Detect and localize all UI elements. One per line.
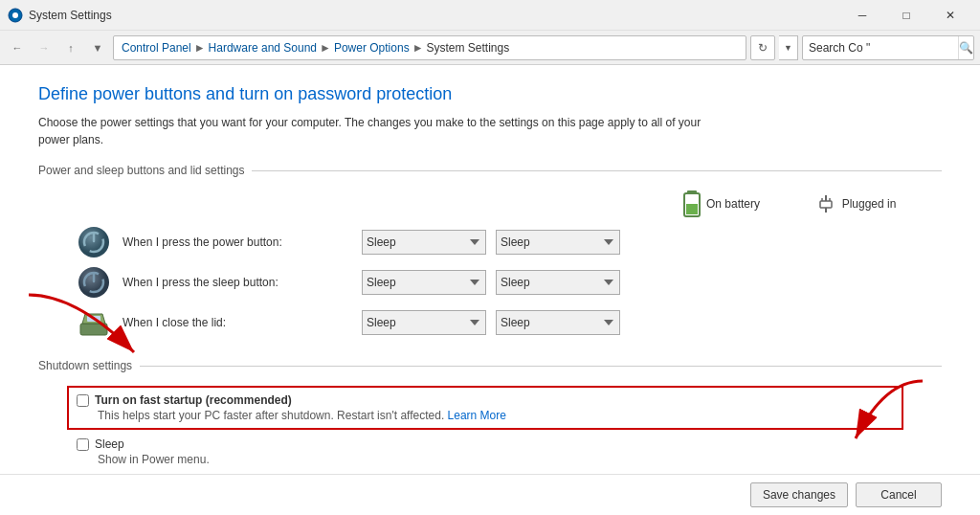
cancel-button[interactable]: Cancel	[856, 482, 942, 507]
up-button[interactable]: ↑	[59, 36, 82, 59]
sleep-button-plugged-select[interactable]: Sleep Hibernate Shut down Do nothing	[496, 270, 620, 295]
sleep-button-row: When I press the sleep button: Sleep Hib…	[38, 265, 942, 300]
window-title: System Settings	[29, 9, 840, 22]
search-box: 🔍	[802, 35, 974, 60]
forward-button[interactable]: →	[33, 36, 56, 59]
search-button[interactable]: 🔍	[958, 35, 973, 60]
sleep-shutdown-item: Sleep Show in Power menu.	[38, 437, 942, 466]
svg-rect-19	[87, 316, 100, 322]
battery-column-header: On battery	[655, 190, 789, 217]
close-button[interactable]: ✕	[928, 0, 972, 31]
page-title: Define power buttons and turn on passwor…	[38, 84, 942, 104]
power-buttons-section: On battery Plugged in	[38, 190, 942, 340]
power-button-label: When I press the power button:	[122, 235, 362, 249]
back-button[interactable]: ←	[6, 36, 29, 59]
learn-more-link[interactable]: Learn More	[448, 409, 506, 422]
system-settings-icon	[8, 8, 23, 23]
address-dropdown-button[interactable]: ▼	[779, 35, 798, 60]
power-button-plugged-select[interactable]: Sleep Hibernate Shut down Turn off the d…	[496, 230, 620, 255]
sleep-button-icon	[78, 266, 110, 299]
breadcrumb-hardware-sound[interactable]: Hardware and Sound	[209, 41, 317, 55]
breadcrumb-bar: Control Panel ► Hardware and Sound ► Pow…	[113, 35, 746, 60]
search-input[interactable]	[803, 41, 958, 55]
breadcrumb-sep-2: ►	[320, 41, 331, 55]
lid-battery-select[interactable]: Sleep Hibernate Shut down Do nothing	[362, 310, 486, 335]
breadcrumb-sep-1: ►	[194, 41, 206, 55]
lid-label: When I close the lid:	[122, 316, 362, 329]
lid-dropdowns: Sleep Hibernate Shut down Do nothing Sle…	[362, 310, 620, 335]
breadcrumb-sep-3: ►	[412, 41, 424, 55]
power-button-battery-select[interactable]: Sleep Hibernate Shut down Turn off the d…	[362, 230, 486, 255]
fast-startup-header: Turn on fast startup (recommended)	[77, 393, 894, 407]
sleep-button-label: When I press the sleep button:	[122, 276, 362, 289]
footer-buttons: Save changes Cancel	[0, 474, 980, 515]
address-bar: ← → ↑ ▼ Control Panel ► Hardware and Sou…	[0, 31, 980, 65]
sleep-label[interactable]: Sleep	[77, 437, 124, 451]
breadcrumb-current: System Settings	[427, 41, 510, 55]
battery-icon	[683, 190, 701, 217]
fast-startup-label[interactable]: Turn on fast startup (recommended)	[77, 393, 292, 407]
power-button-dropdowns: Sleep Hibernate Shut down Turn off the d…	[362, 230, 620, 255]
power-button-icon	[78, 226, 110, 258]
plug-icon	[815, 193, 836, 214]
main-content: Define power buttons and turn on passwor…	[0, 65, 980, 515]
title-bar: System Settings ─ □ ✕	[0, 0, 980, 31]
section1-divider: Power and sleep buttons and lid settings	[38, 164, 942, 177]
breadcrumb-control-panel[interactable]: Control Panel	[122, 41, 191, 55]
sleep-checkbox[interactable]	[77, 438, 89, 451]
window-controls: ─ □ ✕	[840, 0, 972, 31]
refresh-button[interactable]: ↻	[750, 35, 775, 60]
recent-locations-button[interactable]: ▼	[86, 36, 109, 59]
svg-rect-18	[80, 324, 107, 335]
sleep-button-battery-select[interactable]: Sleep Hibernate Shut down Do nothing	[362, 270, 486, 295]
fast-startup-sub: This helps start your PC faster after sh…	[98, 409, 894, 422]
save-changes-button[interactable]: Save changes	[750, 482, 848, 507]
sleep-header: Sleep	[77, 437, 942, 451]
breadcrumb-power-options[interactable]: Power Options	[334, 41, 410, 55]
plugged-column-header: Plugged in	[789, 190, 923, 217]
maximize-button[interactable]: □	[884, 0, 928, 31]
svg-rect-8	[820, 201, 832, 208]
svg-rect-6	[686, 204, 698, 214]
lid-row: When I close the lid: Sleep Hibernate Sh…	[38, 305, 942, 340]
page-description: Choose the power settings that you want …	[38, 114, 708, 148]
fast-startup-checkbox[interactable]	[77, 394, 89, 407]
sleep-button-icon-container	[77, 265, 111, 300]
minimize-button[interactable]: ─	[840, 0, 884, 31]
lid-icon-container	[77, 305, 111, 340]
svg-point-1	[12, 12, 18, 18]
lid-icon	[78, 306, 110, 339]
sleep-button-dropdowns: Sleep Hibernate Shut down Do nothing Sle…	[362, 270, 620, 295]
column-headers: On battery Plugged in	[38, 190, 942, 217]
sleep-sub: Show in Power menu.	[98, 453, 942, 466]
power-button-row: When I press the power button: Sleep Hib…	[38, 225, 942, 259]
fast-startup-highlight-box: Turn on fast startup (recommended) This …	[67, 386, 903, 430]
lid-plugged-select[interactable]: Sleep Hibernate Shut down Do nothing	[496, 310, 620, 335]
section2-divider: Shutdown settings	[38, 359, 942, 372]
power-button-icon-container	[77, 225, 111, 259]
